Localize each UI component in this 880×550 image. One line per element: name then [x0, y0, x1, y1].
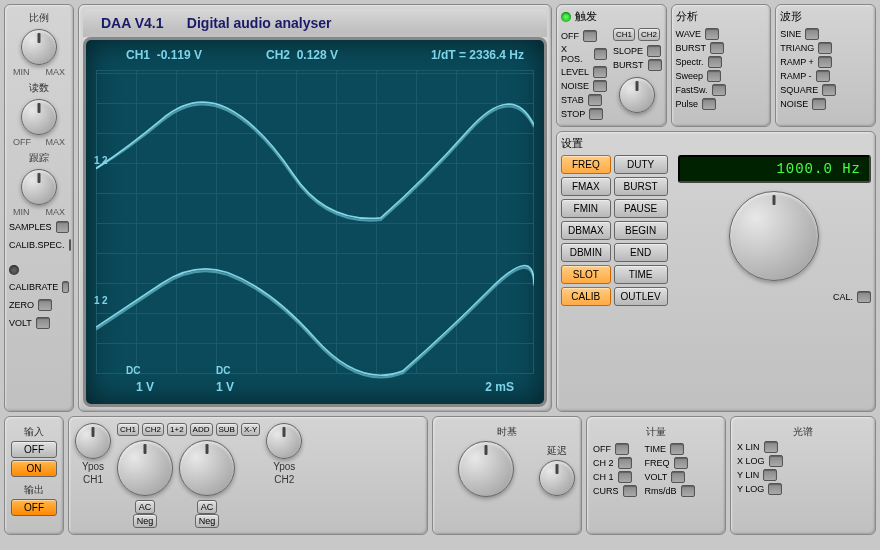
wf-triang[interactable] [818, 42, 832, 54]
wf-square[interactable] [822, 84, 836, 96]
an-fastsw[interactable] [712, 84, 726, 96]
ch2-vdiv-knob[interactable] [179, 440, 235, 496]
sp-ylin[interactable] [763, 469, 777, 481]
volt-check[interactable] [36, 317, 50, 329]
mode-1plus2[interactable]: 1+2 [167, 423, 187, 436]
m-ch2[interactable] [618, 457, 632, 469]
app-title-bar: DAA V4.1 Digital audio analyser [83, 9, 547, 37]
channel-panel: Ypos CH1 CH1 CH2 1+2 ADD SUB X-Y AC Neg [68, 416, 428, 535]
an-spectr[interactable] [708, 56, 722, 68]
trig-slope[interactable] [647, 45, 661, 57]
zero-check[interactable] [38, 299, 52, 311]
samples-check[interactable] [56, 221, 69, 233]
ch1-neg[interactable]: Neg [133, 514, 158, 528]
set-fmax[interactable]: FMAX [561, 177, 611, 196]
track-knob[interactable] [21, 169, 57, 205]
reading-label: 读数 [9, 81, 69, 95]
set-freq[interactable]: FREQ [561, 155, 611, 174]
ch1-ypos-knob[interactable] [75, 423, 111, 459]
m-off[interactable] [615, 443, 629, 455]
trig-level[interactable] [593, 66, 607, 78]
trig-ch1[interactable]: CH1 [613, 28, 635, 41]
ch2-ac[interactable]: AC [197, 500, 218, 514]
calibrate-check[interactable] [62, 281, 69, 293]
oscilloscope-display[interactable]: CH1 -0.119 V CH2 0.128 V 1/dT = 2336.4 H… [83, 37, 547, 407]
set-time[interactable]: TIME [614, 265, 668, 284]
an-burst[interactable] [710, 42, 724, 54]
ch1-vdiv-knob[interactable] [117, 440, 173, 496]
track-label: 跟踪 [9, 151, 69, 165]
analysis-panel: 分析 WAVE BURST Spectr. Sweep FastSw. Puls… [671, 4, 772, 127]
meter-panel: 计量 OFF CH 2 CH 1 CURS TIME FREQ VOLT Rms… [586, 416, 726, 535]
calibspec-check[interactable] [69, 239, 71, 251]
trig-xpos[interactable] [594, 48, 607, 60]
set-duty[interactable]: DUTY [614, 155, 668, 174]
ch2-ypos-knob[interactable] [266, 423, 302, 459]
trig-noise[interactable] [593, 80, 607, 92]
spectrum-panel: 光谱 X LIN X LOG Y LIN Y LOG [730, 416, 876, 535]
set-fmin[interactable]: FMIN [561, 199, 611, 218]
calibrate-led [9, 265, 19, 275]
sp-ylog[interactable] [768, 483, 782, 495]
scope-panel: DAA V4.1 Digital audio analyser CH1 -0.1… [78, 4, 552, 412]
an-pulse[interactable] [702, 98, 716, 110]
m-rmsdb[interactable] [681, 485, 695, 497]
set-begin[interactable]: BEGIN [614, 221, 668, 240]
mode-ch2[interactable]: CH2 [142, 423, 164, 436]
mode-ch1[interactable]: CH1 [117, 423, 139, 436]
delay-knob[interactable] [539, 460, 575, 496]
set-dbmin[interactable]: DBMIN [561, 243, 611, 262]
cal-check[interactable] [857, 291, 871, 303]
set-end[interactable]: END [614, 243, 668, 262]
mode-sub[interactable]: SUB [216, 423, 238, 436]
trigger-led [561, 12, 571, 22]
out-off[interactable]: OFF [11, 499, 57, 516]
trig-off[interactable] [583, 30, 597, 42]
m-freq[interactable] [674, 457, 688, 469]
an-wave[interactable] [705, 28, 719, 40]
reading-knob[interactable] [21, 99, 57, 135]
set-burst[interactable]: BURST [614, 177, 668, 196]
ch2-neg[interactable]: Neg [195, 514, 220, 528]
mode-xy[interactable]: X-Y [241, 423, 260, 436]
set-pause[interactable]: PAUSE [614, 199, 668, 218]
ch1-ac[interactable]: AC [135, 500, 156, 514]
mode-add[interactable]: ADD [190, 423, 213, 436]
sp-xlin[interactable] [764, 441, 778, 453]
left-sidebar: 比例 MINMAX 读数 OFFMAX 跟踪 MINMAX SAMPLES CA… [4, 4, 74, 412]
trig-burst[interactable] [648, 59, 662, 71]
trigger-panel: 触发 OFF X POS. LEVEL NOISE STAB STOP CH1C… [556, 4, 667, 127]
wf-rampp[interactable] [818, 56, 832, 68]
scale-knob[interactable] [21, 29, 57, 65]
timebase-knob[interactable] [458, 441, 514, 497]
trigger-knob[interactable] [619, 77, 655, 113]
trig-stop[interactable] [589, 108, 603, 120]
timebase-panel: 时基 延迟 [432, 416, 582, 535]
set-outlev[interactable]: OUTLEV [614, 287, 668, 306]
set-slot[interactable]: SLOT [561, 265, 611, 284]
m-curs[interactable] [623, 485, 637, 497]
waveform-panel: 波形 SINE TRIANG RAMP + RAMP - SQUARE NOIS… [775, 4, 876, 127]
scale-label: 比例 [9, 11, 69, 25]
wf-noise[interactable] [812, 98, 826, 110]
trig-ch2[interactable]: CH2 [638, 28, 660, 41]
settings-main-knob[interactable] [729, 191, 819, 281]
in-off[interactable]: OFF [11, 441, 57, 458]
wf-sine[interactable] [805, 28, 819, 40]
an-sweep[interactable] [707, 70, 721, 82]
set-dbmax[interactable]: DBMAX [561, 221, 611, 240]
settings-panel: 设置 FREQ DUTY FMAX BURST FMIN PAUSE DBMAX… [556, 131, 876, 412]
m-ch1[interactable] [618, 471, 632, 483]
in-on[interactable]: ON [11, 460, 57, 477]
m-time[interactable] [670, 443, 684, 455]
sp-xlog[interactable] [769, 455, 783, 467]
m-volt[interactable] [671, 471, 685, 483]
wf-rampm[interactable] [816, 70, 830, 82]
freq-display: 1000.0 Hz [678, 155, 871, 183]
set-calib[interactable]: CALIB [561, 287, 611, 306]
io-panel: 输入 OFF ON 输出 OFF [4, 416, 64, 535]
trig-stab[interactable] [588, 94, 602, 106]
